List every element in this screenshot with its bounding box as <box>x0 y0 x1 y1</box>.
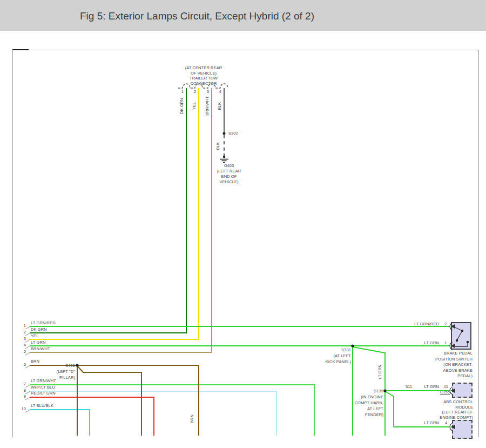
figure-title: Fig 5: Exterior Lamps Circuit, Except Hy… <box>80 10 314 22</box>
wire-lt-grn-wht-row <box>30 384 315 385</box>
wire-label-blk-ground: BLK <box>215 124 221 168</box>
panel-border-accent <box>12 49 29 50</box>
splice-s331-label: S331 (AT LEFT KICK PANEL) <box>308 347 351 365</box>
wire-brn-branch-drop <box>141 372 142 436</box>
brake-switch-pin2: 2 <box>444 322 447 327</box>
wire-label-blk: BLK <box>217 84 222 128</box>
brake-switch-pin1: 1 <box>444 340 447 346</box>
lead-label-4: LT GRN <box>31 340 45 345</box>
lead-num-7: 7 <box>15 382 26 387</box>
brake-switch-wire2-label: LT GRN/RED <box>412 322 439 327</box>
lead-num-6: 6 <box>15 362 26 367</box>
lead-num-3: 3 <box>15 336 26 342</box>
lead-label-5: BRN/WHT <box>31 346 50 352</box>
brake-pedal-position-switch-box <box>451 322 471 350</box>
wire-lt-grn-s139-drop <box>384 352 386 436</box>
lead-num-10: 10 <box>15 406 26 412</box>
wire-label-yel: YEL <box>192 84 197 128</box>
wire-dk-grn-row <box>30 332 187 333</box>
abs-pin41: 41 <box>441 384 448 390</box>
wire-label-brn-drop: BRN <box>190 397 195 440</box>
wire-yel-drop <box>198 88 199 340</box>
abs-control-module-label: ABS CONTROL MODULE (LEFT REAR OF ENGINE … <box>430 399 473 420</box>
splice-s406-label: S406 (LEFT "D" PILLAR) <box>32 363 75 380</box>
abs-wire4-label: LT GRN <box>412 420 439 426</box>
abs-wire41-label: LT GRN <box>412 384 439 390</box>
brake-pedal-position-switch-label: BRAKE PEDAL POSITION SWITCH (ON BRACKET,… <box>429 351 473 379</box>
ground-g403-label: G403 (LEFT REAR END OF VEHICLE) <box>202 163 256 185</box>
wire-brn-s406-drop <box>77 366 78 436</box>
wire-label-dk-grn: DK GRN <box>179 84 185 128</box>
wire-lt-grn-abs4-run <box>393 426 450 427</box>
lead-num-1: 1 <box>15 323 26 329</box>
wire-brn-wht-row <box>30 352 212 353</box>
wire-wht-lt-blu-drop <box>276 391 277 436</box>
abs-module-connector-box <box>452 383 473 398</box>
wiring-diagram-page: Fig 5: Exterior Lamps Circuit, Except Hy… <box>0 0 486 448</box>
lead-label-8: WHT/LT BLU <box>31 385 55 390</box>
lead-label-10: LT BLU/BLK <box>31 403 53 409</box>
lead-num-5: 5 <box>15 349 26 355</box>
wire-label-brn-wht: BRN/WHT <box>205 84 210 128</box>
wire-lt-grn-row <box>30 345 450 346</box>
lead-num-9: 9 <box>15 394 26 399</box>
connector-c155-label: C155 <box>432 390 450 395</box>
lead-label-2: DK GRN <box>31 327 47 332</box>
splice-s302-label: S302 <box>228 131 238 136</box>
wire-lt-grn-red-row <box>30 326 450 327</box>
diagram-panel <box>12 50 479 437</box>
wire-wht-lt-blu-row <box>30 391 277 392</box>
wire-lt-grn-wht-drop <box>314 384 315 436</box>
wire-brn-main-drop <box>198 365 199 436</box>
lead-label-3: YEL <box>31 333 38 339</box>
abs-module-connector-box-2 <box>452 420 473 439</box>
brake-switch-wire1-label: LT GRN <box>412 340 439 346</box>
circuit-511-label: 511 <box>406 384 412 390</box>
wire-blk-drop <box>224 88 225 134</box>
wire-brn-branch-run <box>83 372 142 373</box>
wire-blk-dashed <box>224 135 225 157</box>
wire-label-lt-grn-drop: LT GRN <box>377 350 383 393</box>
lead-num-8: 8 <box>15 388 26 393</box>
wire-dk-grn-drop <box>186 88 187 333</box>
wire-red-lt-grn-row <box>30 397 154 398</box>
lead-label-1: LT GRN/RED <box>31 320 56 326</box>
wire-lt-blu-blk-drop <box>89 409 90 436</box>
wire-brn-wht-drop <box>211 88 212 353</box>
wire-red-lt-grn-drop <box>153 397 154 436</box>
lead-num-2: 2 <box>15 330 26 335</box>
wire-lt-grn-abs4-drop <box>393 396 394 427</box>
trailer-tow-connector-label: (AT CENTER REAR OF VEHICLE) TRAILER TOW … <box>166 65 241 86</box>
lead-num-4: 4 <box>15 343 26 348</box>
wire-lt-blu-blk-row <box>30 409 90 410</box>
splice-s139-label: S139 (IN ENGINE COMPT HARN, AT LEFT FEND… <box>340 388 383 418</box>
wire-yel-row <box>30 339 199 340</box>
abs-pin4: 4 <box>445 420 447 426</box>
figure-title-bar: Fig 5: Exterior Lamps Circuit, Except Hy… <box>0 0 486 31</box>
